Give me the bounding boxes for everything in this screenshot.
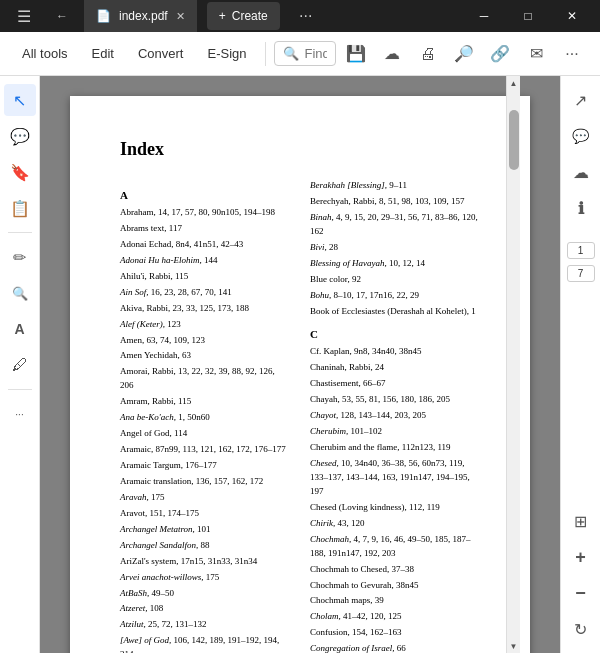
all-tools-button[interactable]: All tools xyxy=(12,40,78,67)
esign-label: E-Sign xyxy=(207,46,246,61)
layers-tool-button[interactable]: 📋 xyxy=(4,192,36,224)
maximize-button[interactable]: □ xyxy=(508,0,548,32)
scroll-up-button[interactable]: ▲ xyxy=(507,76,521,90)
more-tabs-button[interactable]: ··· xyxy=(290,0,322,32)
share-button[interactable]: ↗ xyxy=(565,84,597,116)
title-bar: ☰ ← 📄 index.pdf ✕ + Create ··· ─ □ ✕ xyxy=(0,0,600,32)
zoom-in-button[interactable]: + xyxy=(565,541,597,573)
scroll-thumb[interactable] xyxy=(509,110,519,170)
new-tab-button[interactable]: + Create xyxy=(207,2,280,30)
zoom-icon-button[interactable]: 🔎 xyxy=(448,38,480,70)
rotate-button[interactable]: ↻ xyxy=(565,613,597,645)
pdf-scrollbar[interactable]: ▲ ▼ xyxy=(506,76,520,653)
info-button[interactable]: ℹ xyxy=(565,192,597,224)
new-tab-label: Create xyxy=(232,9,268,23)
search-input[interactable] xyxy=(305,46,328,61)
hamburger-menu[interactable]: ☰ xyxy=(8,0,40,32)
cloud-icon-button[interactable]: ☁ xyxy=(376,38,408,70)
pdf-title: Index xyxy=(120,136,480,163)
pdf-viewer[interactable]: Index A Abraham, 14, 17, 57, 80, 90n105,… xyxy=(40,76,560,653)
scroll-down-button[interactable]: ▼ xyxy=(507,639,521,653)
right-panel-bottom: ⊞ + − ↻ xyxy=(565,505,597,645)
email-icon-button[interactable]: ✉ xyxy=(520,38,552,70)
title-bar-left: ☰ ← 📄 index.pdf ✕ + Create ··· xyxy=(8,0,464,32)
comment-tool-button[interactable]: 💬 xyxy=(4,120,36,152)
tab-close-button[interactable]: ✕ xyxy=(176,10,185,23)
plus-icon: + xyxy=(219,9,226,23)
convert-button[interactable]: Convert xyxy=(128,40,194,67)
main-area: ↖ 💬 🔖 📋 ✏ 🔍 A 🖊 ··· Index A Abraham, 14,… xyxy=(0,76,600,653)
chat-button[interactable]: 💬 xyxy=(565,120,597,152)
title-bar-controls: ─ □ ✕ xyxy=(464,0,592,32)
print-icon-button[interactable]: 🖨 xyxy=(412,38,444,70)
section-c: C xyxy=(310,326,480,343)
convert-label: Convert xyxy=(138,46,184,61)
edit-button[interactable]: Edit xyxy=(82,40,124,67)
cloud-button[interactable]: ☁ xyxy=(565,156,597,188)
scroll-track[interactable] xyxy=(507,90,520,639)
save-icon-button[interactable]: 💾 xyxy=(340,38,372,70)
close-button[interactable]: ✕ xyxy=(552,0,592,32)
pdf-left-column: A Abraham, 14, 17, 57, 80, 90n105, 194–1… xyxy=(120,179,290,653)
pdf-page: Index A Abraham, 14, 17, 57, 80, 90n105,… xyxy=(70,96,530,653)
stamp-tool-button[interactable]: 🖊 xyxy=(4,349,36,381)
panel-separator-2 xyxy=(8,389,32,390)
tab-label: index.pdf xyxy=(119,9,168,23)
all-tools-label: All tools xyxy=(22,46,68,61)
pen-tool-button[interactable]: ✏ xyxy=(4,241,36,273)
cursor-tool-button[interactable]: ↖ xyxy=(4,84,36,116)
page-indicator-current: 1 xyxy=(567,242,595,259)
panel-separator xyxy=(8,232,32,233)
text-tool-button[interactable]: A xyxy=(4,313,36,345)
search-icon: 🔍 xyxy=(283,46,299,61)
edit-label: Edit xyxy=(92,46,114,61)
search-tool-button[interactable]: 🔍 xyxy=(4,277,36,309)
esign-button[interactable]: E-Sign xyxy=(197,40,256,67)
search-bar[interactable]: 🔍 xyxy=(274,41,337,66)
toolbar-right-icons: 💾 ☁ 🖨 🔎 🔗 ✉ ··· xyxy=(340,38,588,70)
back-button[interactable]: ← xyxy=(46,0,78,32)
more-tools-button[interactable]: ··· xyxy=(4,398,36,430)
zoom-out-button[interactable]: − xyxy=(565,577,597,609)
link-icon-button[interactable]: 🔗 xyxy=(484,38,516,70)
toolbar: All tools Edit Convert E-Sign 🔍 💾 ☁ 🖨 🔎 … xyxy=(0,32,600,76)
pdf-right-column: Berakhah [Blessing], 9–11 Berechyah, Rab… xyxy=(310,179,480,653)
left-panel: ↖ 💬 🔖 📋 ✏ 🔍 A 🖊 ··· xyxy=(0,76,40,653)
more-options-button[interactable]: ··· xyxy=(556,38,588,70)
right-panel: ↗ 💬 ☁ ℹ 1 7 ⊞ + − ↻ xyxy=(560,76,600,653)
tab-icon: 📄 xyxy=(96,9,111,23)
minimize-button[interactable]: ─ xyxy=(464,0,504,32)
page-indicator-total: 7 xyxy=(567,265,595,282)
bookmark-tool-button[interactable]: 🔖 xyxy=(4,156,36,188)
section-a: A xyxy=(120,187,290,204)
right-panel-top: ↗ 💬 ☁ ℹ xyxy=(565,84,597,224)
pdf-content: A Abraham, 14, 17, 57, 80, 90n105, 194–1… xyxy=(120,179,480,653)
toolbar-separator xyxy=(265,42,266,66)
zoom-fit-button[interactable]: ⊞ xyxy=(565,505,597,537)
pdf-tab[interactable]: 📄 index.pdf ✕ xyxy=(84,0,197,32)
